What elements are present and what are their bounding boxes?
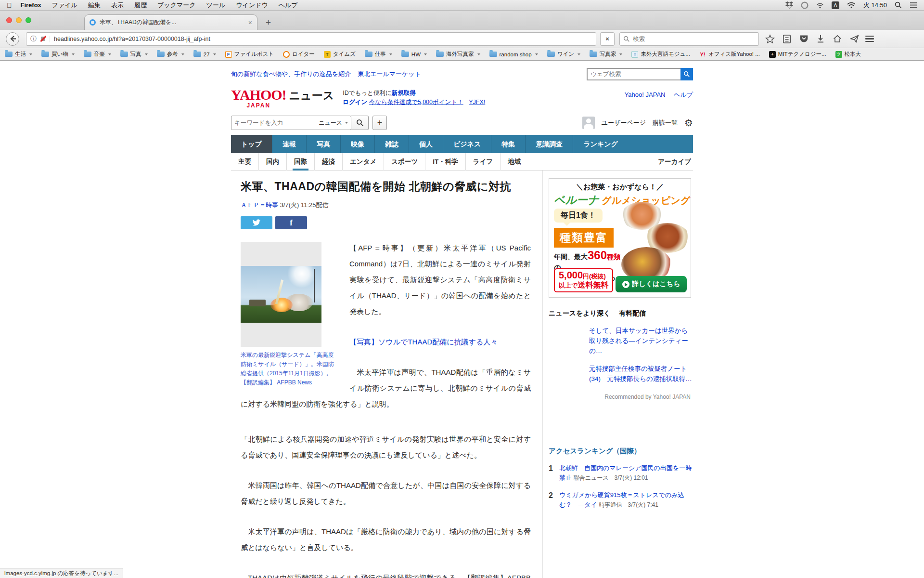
facebook-share-button[interactable]: f <box>275 216 307 229</box>
archive-link[interactable]: アーカイブ <box>658 158 693 166</box>
subtab-domestic[interactable]: 国内 <box>259 153 287 171</box>
bookmark-item[interactable]: ツ松本大 <box>835 51 861 58</box>
browser-search-bar[interactable] <box>619 32 759 46</box>
apple-menu-icon[interactable]:  <box>7 1 12 9</box>
web-search-input[interactable] <box>587 68 680 80</box>
url-bar[interactable]: ⓘ headlines.yahoo.co.jp/hl?a=20170307-00… <box>26 32 596 46</box>
source-link[interactable]: ＡＦＰ＝時事 <box>241 201 278 209</box>
menu-bookmarks[interactable]: ブックマーク <box>157 1 196 10</box>
menu-view[interactable]: 表示 <box>111 1 124 10</box>
bookmark-item[interactable]: +MITテクノロジー... <box>769 51 826 58</box>
menu-tools[interactable]: ツール <box>206 1 226 10</box>
tab-photo[interactable]: 写真 <box>306 135 340 153</box>
menu-history[interactable]: 履歴 <box>134 1 147 10</box>
banner-text-link[interactable]: 旬の新鮮な食べ物や、手作りの逸品を紹介 <box>231 70 351 79</box>
menu-edit[interactable]: 編集 <box>88 1 101 10</box>
yahoo-japan-link[interactable]: Yahoo! JAPAN <box>625 91 666 98</box>
login-link[interactable]: ログイン <box>343 99 367 105</box>
subtab-world[interactable]: 国際 <box>287 153 315 171</box>
downloads-icon[interactable] <box>815 34 826 44</box>
bookmark-folder[interactable]: 参考 <box>157 51 184 58</box>
menu-firefox[interactable]: Firefox <box>21 1 41 9</box>
new-tab-button[interactable]: + <box>266 17 271 28</box>
subtab-main[interactable]: 主要 <box>231 153 259 171</box>
input-source-icon[interactable]: A <box>832 1 839 9</box>
airport-icon[interactable] <box>816 2 824 9</box>
site-info-icon[interactable]: ⓘ <box>30 35 37 43</box>
signup-link[interactable]: 新規取得 <box>392 90 416 96</box>
news-search-button[interactable] <box>351 116 369 130</box>
subtab-entertainment[interactable]: エンタメ <box>343 153 384 171</box>
thaad-launch-photo[interactable] <box>241 266 321 323</box>
search-scope-dropdown[interactable]: ニュース <box>319 119 348 127</box>
tab-feature[interactable]: 特集 <box>491 135 525 153</box>
banner-market-link[interactable]: 東北エールマーケット <box>358 70 421 79</box>
bookmark-folder[interactable]: 生活 <box>5 51 32 58</box>
bookmarks-menu-icon[interactable] <box>782 34 792 44</box>
share-icon[interactable] <box>849 34 860 44</box>
creative-cloud-icon[interactable] <box>801 1 808 9</box>
tab-poll[interactable]: 意識調査 <box>525 135 573 153</box>
tab-video[interactable]: 映像 <box>340 135 374 153</box>
menu-window[interactable]: ウインドウ <box>236 1 268 10</box>
subtab-life[interactable]: ライフ <box>466 153 500 171</box>
menubar-clock[interactable]: 火 14:50 <box>863 1 887 10</box>
help-link[interactable]: ヘルプ <box>674 91 693 98</box>
tab-business[interactable]: ビジネス <box>443 135 491 153</box>
bookmark-folder[interactable]: 買い物 <box>41 51 75 58</box>
bookmark-item[interactable]: ロイター <box>283 51 315 58</box>
tab-close-icon[interactable]: × <box>248 19 252 26</box>
minimize-window-button[interactable] <box>16 17 22 23</box>
user-page-link[interactable]: ユーザーページ <box>602 118 646 127</box>
bookmark-item[interactable]: Y!オフィス版Yahoo! ... <box>699 51 760 58</box>
tab-top[interactable]: トップ <box>231 135 272 153</box>
keyword-input[interactable] <box>234 119 319 126</box>
home-icon[interactable] <box>832 34 843 44</box>
browser-search-input[interactable] <box>633 36 755 42</box>
stop-button[interactable]: × <box>600 32 615 46</box>
bookmark-star-icon[interactable] <box>765 34 775 44</box>
subtab-region[interactable]: 地域 <box>500 153 528 171</box>
twitter-share-button[interactable] <box>241 216 272 229</box>
photo-caption[interactable]: 米軍の最新鋭迎撃システム「高高度防衛ミサイル（サード）」。米国防総省提供（201… <box>241 351 339 387</box>
bookmark-folder[interactable]: 写真家 <box>590 51 623 58</box>
menu-file[interactable]: ファイル <box>52 1 77 10</box>
paid-news-link[interactable]: 元特捜部主任検事の被疑者ノート(34) 元特捜部長らの逮捕状取得… <box>589 365 692 382</box>
bookmark-folder[interactable]: 海外写真家 <box>436 51 480 58</box>
bookmark-folder[interactable]: 仕事 <box>365 51 392 58</box>
bookmark-item[interactable]: ≡東外大言語モジュ... <box>631 51 690 58</box>
yjfx-link[interactable]: YJFX! <box>469 99 485 105</box>
menu-icon[interactable] <box>865 36 874 42</box>
points-promo-link[interactable]: 今なら条件達成で5,000ポイント！ <box>369 99 463 105</box>
bookmark-item[interactable]: Fファイルポスト <box>225 51 274 58</box>
browser-tab[interactable]: 米軍、THAADの韓国配備を... × <box>84 14 257 30</box>
bookmark-item[interactable]: Tタイムズ <box>324 51 356 58</box>
spotlight-icon[interactable] <box>895 1 902 9</box>
bookmark-folder[interactable]: ワイン <box>547 51 580 58</box>
avatar[interactable] <box>582 117 595 129</box>
wifi-icon[interactable] <box>847 2 856 9</box>
tab-magazine[interactable]: 雑誌 <box>374 135 409 153</box>
bookmark-folder[interactable]: 27 <box>193 52 216 57</box>
menu-help[interactable]: ヘルプ <box>279 1 298 10</box>
tab-personal[interactable]: 個人 <box>409 135 443 153</box>
back-button[interactable] <box>6 32 19 46</box>
bookmark-folder[interactable]: random shop <box>489 52 538 57</box>
ad-cta-button[interactable]: 詳しくはこちら <box>616 276 687 292</box>
gear-icon[interactable]: ⚙ <box>684 117 693 129</box>
ad-banner[interactable]: ＼お惣菜・おかずなら！／ ベルーナ グルメショッピング 毎日1食！ 種類豊富 年… <box>549 178 691 298</box>
tab-ranking[interactable]: ランキング <box>573 135 628 153</box>
paid-news-link[interactable]: そして、日本サッカーは世界から取り残される―インテンシティーの… <box>589 327 688 355</box>
url-text[interactable]: headlines.yahoo.co.jp/hl?a=20170307-0000… <box>50 36 210 42</box>
web-search-button[interactable] <box>680 68 693 80</box>
subtab-economy[interactable]: 経済 <box>315 153 343 171</box>
photo-gallery-link[interactable]: 【写真】ソウルでTHAAD配備に抗議する人々 <box>349 338 498 346</box>
plugin-blocked-icon[interactable] <box>40 36 46 42</box>
add-search-button[interactable]: + <box>372 116 387 130</box>
subtab-it-science[interactable]: IT・科学 <box>425 153 466 171</box>
subtab-sports[interactable]: スポーツ <box>384 153 425 171</box>
bookmark-folder[interactable]: 音楽 <box>84 51 111 58</box>
pocket-icon[interactable] <box>798 34 809 44</box>
keyword-search-box[interactable]: ニュース <box>231 116 351 130</box>
notification-center-icon[interactable] <box>910 2 917 8</box>
